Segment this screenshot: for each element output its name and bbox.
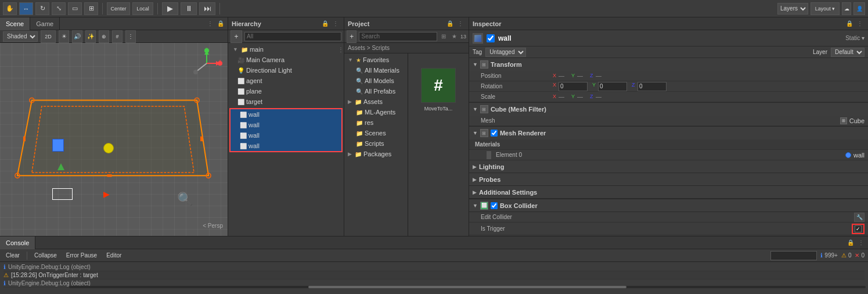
fx-toggle[interactable]: ✨	[85, 30, 96, 43]
scene-menu-btn[interactable]: ⋮	[206, 19, 215, 28]
rotation-label: Rotation	[481, 83, 550, 89]
scene-toolbar: Shaded 2D ☀ 🔊 ✨ ⊕ # ⋮	[0, 30, 228, 43]
proj-assets-header[interactable]: ▶ 📁 Assets	[344, 96, 408, 107]
scale-tool[interactable]: ⤡	[52, 2, 66, 15]
inspector-lock-btn[interactable]: 🔒	[845, 19, 854, 28]
proj-ml-agents[interactable]: 📁 ML-Agents	[344, 107, 408, 117]
hierarchy-menu-btn[interactable]: ⋮	[331, 19, 340, 28]
proj-all-prefabs[interactable]: 🔍 All Prefabs	[344, 86, 408, 96]
move-tool[interactable]: ↔	[19, 2, 33, 15]
additional-settings-section[interactable]: ▶ Additional Settings	[469, 186, 868, 199]
error-pause-button[interactable]: Error Pause	[64, 250, 99, 261]
proj-all-models[interactable]: 🔍 All Models	[344, 76, 408, 86]
project-star-btn[interactable]: ★	[450, 32, 458, 41]
grid-toggle[interactable]: #	[112, 30, 123, 43]
script-file-item[interactable]: # MoveToTa...	[421, 62, 456, 112]
scene-canvas[interactable]: y x	[0, 43, 228, 236]
hierarchy-item-wall2[interactable]: ⬜ wall	[230, 120, 341, 130]
proj-scripts[interactable]: 📁 Scripts	[344, 138, 408, 149]
mesh-filter-header[interactable]: ▼ ⊞ Cube (Mesh Filter)	[469, 103, 868, 116]
play-button[interactable]: ▶	[162, 2, 178, 15]
edit-collider-btn[interactable]: 🔧	[854, 213, 865, 222]
project-search-input[interactable]	[359, 32, 437, 41]
shading-dropdown[interactable]: Shaded	[3, 31, 38, 42]
account-btn[interactable]: 👤	[853, 2, 865, 15]
probes-section[interactable]: ▶ Probes	[469, 173, 868, 186]
pause-button[interactable]: ⏸	[181, 2, 197, 15]
rot-z-input[interactable]	[638, 82, 667, 91]
box-collider-header[interactable]: ▼ ⬜ Box Collider	[469, 199, 868, 212]
proj-packages-header[interactable]: ▶ 📁 Packages	[344, 149, 408, 159]
hierarchy-item-dirlight[interactable]: 💡 Directional Light	[228, 65, 344, 76]
wall1-icon: ⬜	[240, 112, 247, 118]
hierarchy-lock-btn[interactable]: 🔒	[320, 19, 330, 28]
hierarchy-item-agent[interactable]: ⬜ agent	[228, 76, 344, 86]
console-line-2[interactable]: ⚠ [15:28:26] OnTriggerEnter : target	[3, 271, 865, 279]
editor-button[interactable]: Editor	[104, 250, 124, 261]
main-label: main	[250, 46, 264, 53]
hierarchy-item-wall3[interactable]: ⬜ wall	[230, 130, 341, 141]
lighting-toggle[interactable]: ☀	[59, 30, 69, 43]
collab-btn[interactable]: ☁	[842, 2, 851, 15]
cube-3d-icon	[474, 34, 482, 42]
tab-game[interactable]: Game	[30, 17, 60, 30]
console-lock-btn[interactable]: 🔒	[846, 238, 855, 248]
layers-dropdown[interactable]: Layers	[777, 3, 808, 15]
inspector-menu-btn[interactable]: ⋮	[855, 19, 865, 28]
add-project-btn[interactable]: +	[347, 30, 356, 43]
scene-lock-btn[interactable]: 🔒	[216, 19, 225, 28]
proj-all-materials[interactable]: 🔍 All Materials	[344, 65, 408, 76]
tab-scene[interactable]: Scene	[0, 17, 30, 30]
rotate-tool[interactable]: ↻	[35, 2, 49, 15]
hierarchy-item-plane[interactable]: ⬜ plane	[228, 86, 344, 96]
more-options[interactable]: ⋮	[125, 30, 136, 43]
rot-x-input[interactable]	[559, 82, 588, 91]
hierarchy-item-wall1[interactable]: ⬜ wall	[230, 109, 341, 120]
2d-toggle[interactable]: 2D	[41, 30, 56, 43]
project-lock-btn[interactable]: 🔒	[445, 19, 455, 28]
console-menu-btn[interactable]: ⋮	[856, 238, 866, 248]
is-trigger-checkbox[interactable]: ✓	[855, 225, 862, 232]
collapse-button[interactable]: Collapse	[32, 250, 59, 261]
project-menu-btn[interactable]: ⋮	[456, 19, 465, 28]
console-search-input[interactable]	[770, 251, 817, 260]
hierarchy-item-camera[interactable]: 🎥 Main Camera	[228, 55, 344, 65]
obj-enabled-checkbox[interactable]	[487, 34, 495, 42]
expand-favorites: ▼	[348, 57, 353, 63]
audio-toggle[interactable]: 🔊	[72, 30, 82, 43]
layout-btn[interactable]: Layout ▾	[811, 2, 840, 15]
material-drag-handle[interactable]	[487, 151, 491, 159]
hierarchy-item-target[interactable]: ⬜ target	[228, 96, 344, 107]
step-button[interactable]: ⏭	[199, 2, 215, 15]
proj-scenes[interactable]: 📁 Scenes	[344, 128, 408, 138]
mesh-renderer-enabled[interactable]	[491, 130, 498, 137]
project-content: ▼ ★ Favorites 🔍 All Materials 🔍 All Mode…	[344, 53, 469, 236]
console-line-1[interactable]: ℹ UnityEngine.Debug:Log (object)	[3, 263, 865, 271]
rot-y-input[interactable]	[598, 82, 627, 91]
proj-res[interactable]: 📁 res	[344, 117, 408, 128]
lighting-section[interactable]: ▶ Lighting	[469, 160, 868, 173]
is-trigger-highlight: ✓	[852, 224, 865, 234]
probes-title: Probes	[479, 176, 500, 183]
hierarchy-item-wall4[interactable]: ⬜ wall	[230, 141, 341, 151]
console-tab[interactable]: Console	[0, 236, 35, 249]
hierarchy-more-btn[interactable]: ⋮	[338, 46, 344, 53]
clear-button[interactable]: Clear	[3, 250, 22, 261]
transform-tool[interactable]: ⊞	[84, 2, 98, 15]
mesh-renderer-header[interactable]: ▼ ⊞ Mesh Renderer	[469, 127, 868, 139]
mesh-value-label: Cube	[849, 117, 865, 124]
rect-tool[interactable]: ▭	[68, 2, 82, 15]
scene-gizmos[interactable]: ⊕	[99, 30, 109, 43]
add-hierarchy-btn[interactable]: +	[230, 30, 242, 43]
tag-dropdown[interactable]: Untagged	[485, 48, 526, 57]
hand-tool[interactable]: ✋	[3, 2, 17, 15]
layer-dropdown[interactable]: Default	[831, 48, 865, 57]
hierarchy-search-input[interactable]	[244, 32, 341, 41]
center-pivot[interactable]: Center	[107, 2, 130, 15]
proj-favorites-header[interactable]: ▼ ★ Favorites	[344, 55, 408, 65]
project-view-toggle[interactable]: ⊞	[440, 32, 448, 41]
box-collider-enabled[interactable]	[491, 202, 498, 209]
transform-header[interactable]: ▼ ⊞ Transform	[469, 58, 868, 71]
hierarchy-item-main[interactable]: ▼ 📁 main ⋮	[228, 44, 344, 55]
local-global[interactable]: Local	[132, 2, 153, 15]
